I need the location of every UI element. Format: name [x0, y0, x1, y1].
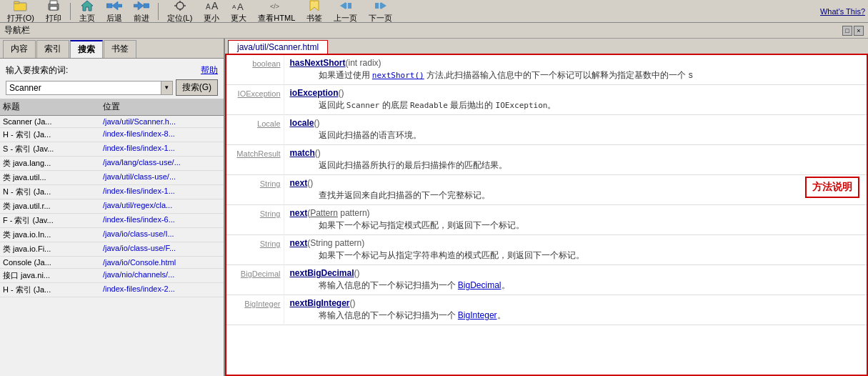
tab-search[interactable]: 搜索	[70, 40, 103, 58]
navbar-controls: □ ×	[842, 26, 864, 36]
result-position: /java/io/class-use/I...	[100, 229, 224, 241]
result-title: 类 java.lang...	[0, 157, 100, 169]
method-name-link[interactable]: next	[290, 208, 308, 218]
close-nav-button[interactable]: ×	[854, 26, 864, 36]
title-column-header: 标题	[0, 100, 100, 114]
search-label: 输入要搜索的词: 帮助	[6, 64, 218, 76]
tab-index[interactable]: 索引	[36, 40, 69, 58]
open-button[interactable]: 打开(O)	[3, 0, 39, 25]
svg-text:A: A	[232, 4, 236, 10]
method-name-link[interactable]: match	[290, 148, 315, 158]
type-link[interactable]: String	[260, 239, 281, 248]
svg-rect-5	[50, 6, 57, 10]
method-name-link[interactable]: hasNextShort	[290, 58, 346, 68]
content-tab-scanner[interactable]: java/util/Scanner.html	[228, 40, 328, 54]
svg-marker-21	[310, 1, 319, 11]
biginteger-link[interactable]: BigInteger	[458, 310, 497, 320]
view-html-label: 查看HTML	[258, 13, 295, 24]
bigdecimal-link[interactable]: BigDecimal	[458, 280, 502, 290]
list-item[interactable]: 类 java.io.Fi... /java/io/class-use/F...	[0, 242, 224, 257]
results-header: 标题 位置	[0, 99, 224, 116]
method-detail-cell: match() 返回此扫描器所执行的最后扫描操作的匹配结果。	[284, 145, 867, 175]
list-item[interactable]: Console (Ja... /java/io/Console.html	[0, 257, 224, 269]
collapse-button[interactable]: □	[842, 26, 852, 36]
result-title: Scanner (Ja...	[0, 117, 100, 127]
open-icon	[13, 0, 29, 12]
table-row: String next() 查找并返回来自此扫描器的下一个完整标记。	[226, 175, 867, 205]
search-input[interactable]	[6, 81, 161, 94]
method-name-link[interactable]: next	[290, 178, 308, 188]
type-link[interactable]: BigDecimal	[241, 269, 281, 278]
list-item[interactable]: H - 索引 (Ja... /index-files/index-2...	[0, 283, 224, 297]
svg-text:</>: </>	[270, 3, 279, 10]
list-item[interactable]: 类 java.util... /java/util/class-use/...	[0, 171, 224, 185]
method-description: 将输入信息的下一个标记扫描为一个 BigInteger。	[290, 310, 862, 322]
list-item[interactable]: F - 索引 (Jav... /index-files/index-6...	[0, 214, 224, 228]
list-item[interactable]: 类 java.io.In... /java/io/class-use/I...	[0, 228, 224, 242]
list-item[interactable]: 类 java.lang... /java/lang/class-use/...	[0, 157, 224, 171]
type-link[interactable]: IOException	[238, 89, 281, 98]
method-type-cell: String	[226, 235, 284, 265]
result-title: Console (Ja...	[0, 257, 100, 267]
method-name-link[interactable]: locale	[290, 118, 314, 128]
method-description: 如果下一个标记与从指定字符串构造的模式匹配，则返回下一个标记。	[290, 249, 862, 262]
prev-button[interactable]: 上一页	[329, 0, 361, 25]
list-item[interactable]: N - 索引 (Ja... /index-files/index-1...	[0, 185, 224, 199]
method-link[interactable]: nextShort()	[372, 71, 424, 80]
search-dropdown-button[interactable]: ▼	[161, 81, 172, 94]
home-label: 主页	[79, 13, 95, 24]
list-item[interactable]: S - 索引 (Jav... /index-files/index-1...	[0, 142, 224, 157]
method-params: (String pattern)	[307, 238, 364, 248]
search-button[interactable]: 搜索(G)	[176, 79, 218, 96]
type-link[interactable]: Locale	[257, 119, 280, 128]
forward-button[interactable]: 前进	[129, 0, 154, 25]
method-type-cell: String	[226, 175, 284, 205]
method-description: 查找并返回来自此扫描器的下一个完整标记。	[290, 189, 862, 202]
method-name-link[interactable]: next	[290, 238, 308, 248]
type-link[interactable]: BigInteger	[244, 300, 280, 308]
svg-rect-25	[346, 3, 348, 9]
result-position: /index-files/index-6...	[100, 214, 224, 227]
view-html-icon: </>	[269, 0, 284, 12]
tab-bookmark[interactable]: 书签	[104, 40, 136, 58]
locate-button[interactable]: 定位(L)	[163, 0, 196, 25]
back-button[interactable]: 后退	[102, 0, 126, 25]
next-button[interactable]: 下一页	[364, 0, 396, 25]
smaller-button[interactable]: A A 更小	[199, 0, 224, 25]
whats-this-link[interactable]: What's This?	[820, 7, 865, 16]
next-icon	[373, 0, 389, 12]
content-scroll[interactable]: boolean hasNextShort(int radix) 如果通过使用 n…	[225, 55, 868, 376]
type-link[interactable]: MatchResult	[236, 149, 280, 158]
type-link[interactable]: String	[260, 209, 281, 218]
method-name-link[interactable]: nextBigDecimal	[290, 268, 354, 278]
home-icon	[79, 0, 95, 12]
list-item[interactable]: H - 索引 (Ja... /index-files/index-8...	[0, 128, 224, 142]
search-help-link[interactable]: 帮助	[201, 64, 218, 76]
position-column-header: 位置	[100, 100, 224, 114]
method-params: ()	[314, 118, 320, 128]
larger-button[interactable]: A A 更大	[226, 0, 251, 25]
table-row: String next(Pattern pattern) 如果下一个标记与指定模…	[226, 205, 867, 235]
method-params: ()	[350, 298, 356, 308]
tab-content[interactable]: 内容	[3, 40, 36, 58]
svg-text:A: A	[211, 0, 219, 11]
method-params: ()	[307, 178, 313, 188]
method-detail-cell: next(Pattern pattern) 如果下一个标记与指定模式匹配，则返回…	[284, 205, 867, 235]
bookmark-button[interactable]: 书签	[302, 0, 326, 25]
result-title: H - 索引 (Ja...	[0, 129, 100, 141]
print-button[interactable]: 打印	[41, 0, 66, 25]
svg-rect-4	[50, 1, 57, 4]
list-item[interactable]: 接口 java.ni... /java/nio/channels/...	[0, 269, 224, 283]
method-params: ()	[339, 88, 344, 98]
method-name-link[interactable]: ioException	[290, 88, 339, 98]
method-type-cell: Locale	[226, 115, 284, 145]
list-item[interactable]: Scanner (Ja... /java/util/Scanner.h...	[0, 116, 224, 128]
home-button[interactable]: 主页	[75, 0, 99, 25]
type-link[interactable]: String	[260, 179, 281, 188]
list-item[interactable]: 类 java.util.r... /java/util/regex/cla...	[0, 199, 224, 214]
method-name-link[interactable]: nextBigInteger	[290, 298, 350, 308]
type-link[interactable]: boolean	[252, 59, 280, 68]
method-type-cell: IOException	[226, 85, 284, 115]
view-html-button[interactable]: </> 查看HTML	[254, 0, 299, 25]
smaller-icon: A A	[204, 0, 219, 12]
